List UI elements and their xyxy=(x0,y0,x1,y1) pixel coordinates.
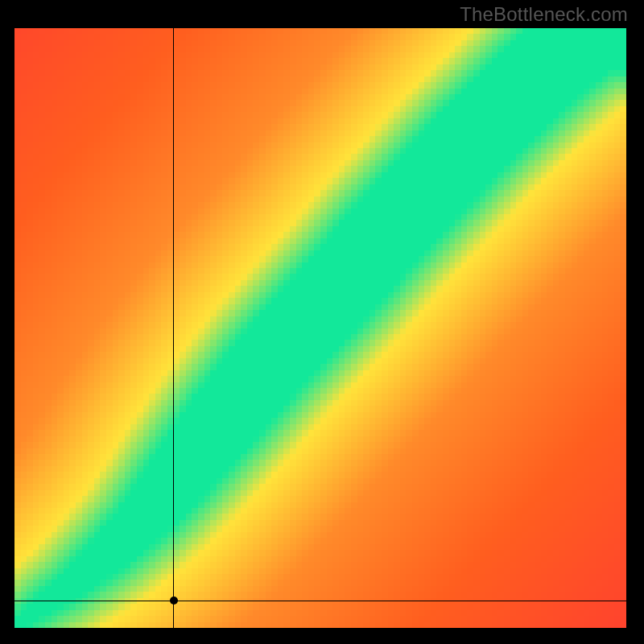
data-point-marker xyxy=(170,597,178,605)
chart-container: TheBottleneck.com xyxy=(0,0,644,644)
watermark-label: TheBottleneck.com xyxy=(460,3,628,26)
plot-area xyxy=(14,28,626,628)
crosshair-vertical xyxy=(173,28,174,628)
heatmap-canvas xyxy=(14,28,626,628)
crosshair-horizontal xyxy=(14,601,626,601)
